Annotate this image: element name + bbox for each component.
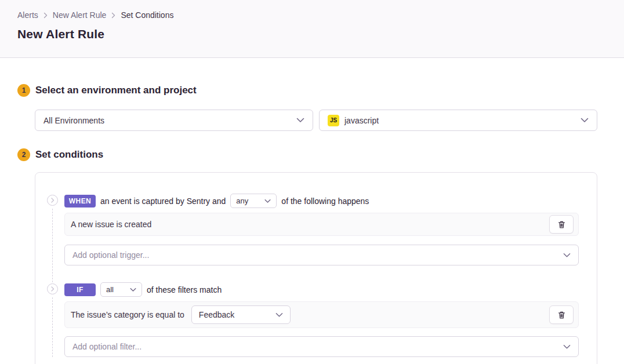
trash-icon (557, 311, 566, 319)
if-gutter (47, 282, 64, 357)
when-condition-line: WHEN an event is captured by Sentry and … (64, 194, 579, 208)
when-text-before: an event is captured by Sentry and (100, 196, 226, 206)
collapse-toggle-button[interactable] (47, 283, 58, 294)
chevron-down-icon (275, 312, 283, 318)
if-badge: IF (64, 283, 96, 296)
step-environment-heading: Select an environment and project (35, 85, 197, 96)
project-select[interactable]: JS javascript (319, 110, 597, 131)
breadcrumb: Alerts New Alert Rule Set Conditions (17, 10, 607, 20)
chevron-down-icon (296, 118, 304, 123)
environment-select[interactable]: All Environments (35, 110, 313, 131)
page-title: New Alert Rule (17, 27, 607, 41)
chevron-right-icon (43, 12, 48, 19)
chevron-down-icon (264, 199, 271, 203)
js-platform-icon: JS (328, 115, 339, 126)
chevron-down-icon (563, 344, 571, 350)
filter-rule-label: The issue’s category is equal to (71, 310, 184, 319)
step-number-badge: 1 (17, 84, 30, 97)
chevron-down-icon (581, 118, 589, 123)
environment-project-row: All Environments JS javascript (35, 110, 597, 131)
when-badge: WHEN (64, 195, 96, 208)
breadcrumb-item-set-conditions: Set Conditions (121, 10, 173, 20)
filter-category-select[interactable]: Feedback (191, 305, 291, 324)
conditions-panel: WHEN an event is captured by Sentry and … (35, 172, 597, 364)
trigger-rule-row: A new issue is created (64, 213, 579, 236)
step-number-badge: 2 (17, 148, 30, 161)
add-trigger-placeholder: Add optional trigger... (72, 250, 149, 260)
if-text-after: of these filters match (147, 285, 222, 294)
step-conditions-header: 2 Set conditions (17, 148, 607, 161)
connector-dashed-line (52, 209, 64, 282)
page-header: Alerts New Alert Rule Set Conditions New… (0, 0, 624, 58)
chevron-right-icon (51, 198, 55, 203)
add-filter-placeholder: Add optional filter... (72, 342, 142, 351)
when-condition-group: WHEN an event is captured by Sentry and … (47, 194, 579, 282)
filter-category-select-value: Feedback (199, 310, 234, 319)
collapse-toggle-button[interactable] (47, 195, 58, 206)
breadcrumb-item-new-alert-rule[interactable]: New Alert Rule (53, 10, 107, 20)
trigger-rule-label: A new issue is created (71, 220, 151, 229)
step-environment-header: 1 Select an environment and project (17, 84, 607, 97)
when-match-select-value: any (236, 196, 248, 205)
chevron-right-icon (111, 12, 115, 19)
when-text-after: of the following happens (281, 196, 369, 206)
breadcrumb-item-alerts[interactable]: Alerts (17, 10, 38, 20)
delete-trigger-button[interactable] (549, 215, 574, 234)
step-conditions-heading: Set conditions (35, 149, 103, 161)
trash-icon (557, 220, 566, 229)
if-condition-group: IF all of these filters match The issue’… (47, 282, 579, 357)
environment-select-value: All Environments (43, 116, 104, 125)
chevron-right-icon (51, 286, 55, 292)
chevron-down-icon (563, 253, 571, 258)
if-match-select[interactable]: all (100, 282, 142, 297)
chevron-down-icon (130, 287, 136, 292)
add-optional-trigger-select[interactable]: Add optional trigger... (64, 245, 579, 265)
filter-rule-row: The issue’s category is equal to Feedbac… (64, 301, 579, 328)
project-select-value: javascript (344, 116, 379, 125)
add-optional-filter-select[interactable]: Add optional filter... (64, 336, 579, 357)
main-content: 1 Select an environment and project All … (0, 84, 624, 364)
delete-filter-button[interactable] (549, 305, 574, 324)
if-match-select-value: all (106, 285, 114, 294)
connector-dashed-line (52, 297, 64, 357)
if-condition-line: IF all of these filters match (64, 282, 579, 297)
when-match-select[interactable]: any (230, 194, 277, 208)
when-gutter (47, 194, 64, 282)
